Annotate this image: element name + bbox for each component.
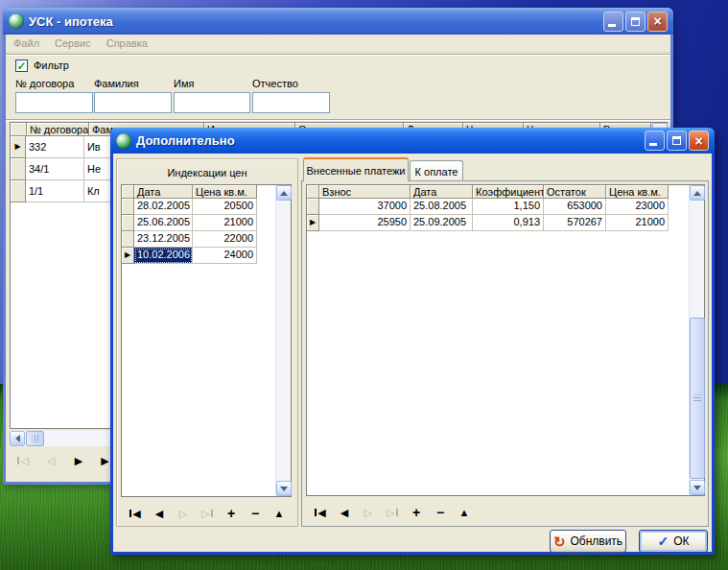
table-row[interactable]: 25.06.2005 21000: [122, 215, 291, 231]
menu-service[interactable]: Сервис: [47, 37, 99, 49]
table-row-selected[interactable]: ▶ 25950 25.09.2005 0,913 570267 21000: [307, 215, 704, 231]
cell-date-selected[interactable]: 10.02.2006: [134, 248, 193, 264]
table-row[interactable]: 23.12.2005 22000: [122, 231, 291, 248]
main-window-buttons: ×: [603, 12, 668, 32]
desktop: УСК - ипотека × Файл Сервис Справка ✓ Фи…: [0, 0, 728, 570]
payments-vscrollbar[interactable]: [689, 185, 704, 495]
nav-prior-button[interactable]: ◁: [41, 453, 60, 468]
nav-next-icon: ▷: [364, 508, 372, 518]
filter-checkbox[interactable]: ✓: [15, 59, 28, 72]
divider: [6, 54, 670, 56]
header-date[interactable]: Дата: [411, 185, 473, 199]
edit-icon: ▲: [459, 508, 470, 518]
nav-first-button[interactable]: ◀: [311, 505, 330, 520]
nav-prior-icon: ◀: [155, 509, 163, 519]
cell-rest[interactable]: 570267: [544, 215, 606, 231]
close-button[interactable]: ×: [647, 12, 668, 32]
header-amount[interactable]: Взнос: [319, 185, 411, 199]
menu-help[interactable]: Справка: [99, 37, 155, 49]
row-selector: [11, 158, 26, 180]
dialog-close-button[interactable]: ×: [689, 131, 709, 151]
nav-first-icon: ◀: [132, 509, 140, 519]
scroll-up-button[interactable]: [690, 185, 705, 201]
nav-first-button[interactable]: ◁: [13, 453, 33, 468]
cell-contract[interactable]: 332: [26, 136, 84, 158]
nav-insert-button[interactable]: +: [222, 506, 241, 521]
cell-date[interactable]: 28.02.2005: [134, 199, 193, 215]
ok-button-label: ОК: [673, 534, 689, 548]
nav-first-button[interactable]: ◀: [126, 506, 145, 521]
dialog-titlebar[interactable]: Дополнительно ×: [110, 128, 715, 154]
scroll-down-icon: [693, 486, 701, 490]
nav-next-button[interactable]: ▷: [174, 506, 193, 521]
header-price[interactable]: Цена кв.м.: [606, 185, 669, 199]
scroll-left-button[interactable]: [10, 431, 25, 446]
nav-insert-button[interactable]: +: [407, 505, 426, 520]
cell-price[interactable]: 20500: [193, 199, 257, 215]
vscroll-thumb[interactable]: [690, 318, 705, 479]
table-row-selected[interactable]: ▶ 10.02.2006 24000: [122, 248, 291, 264]
table-row[interactable]: 37000 25.08.2005 1,150 653000 23000: [307, 199, 704, 215]
dialog-maximize-button[interactable]: [667, 131, 687, 151]
filter-label-patronymic: Отчество: [252, 78, 298, 89]
filter-input-surname[interactable]: [94, 92, 172, 113]
app-icon: [9, 13, 24, 29]
row-selector: [122, 215, 134, 231]
cell-price[interactable]: 21000: [606, 215, 669, 231]
scroll-down-button[interactable]: [690, 480, 705, 495]
tab-payments[interactable]: Внесенные платежи: [303, 157, 409, 181]
row-selector: ▶: [122, 248, 134, 264]
header-coeff[interactable]: Коэффициент: [473, 185, 544, 199]
nav-delete-button[interactable]: −: [431, 505, 450, 520]
header-contract[interactable]: № договора: [27, 123, 89, 136]
filter-input-patronymic[interactable]: [252, 92, 330, 113]
nav-last-button[interactable]: ▷: [198, 506, 217, 521]
cell-coeff[interactable]: 0,913: [473, 215, 544, 231]
active-row-marker-icon: ▶: [310, 219, 316, 226]
cell-price[interactable]: 23000: [606, 199, 669, 215]
nav-next-button[interactable]: ▶: [69, 453, 88, 468]
cell-contract[interactable]: 34/1: [26, 158, 84, 180]
nav-next-button[interactable]: ▷: [359, 505, 378, 520]
cell-price[interactable]: 22000: [193, 231, 257, 248]
nav-delete-button[interactable]: −: [246, 506, 265, 521]
header-price[interactable]: Цена кв.м.: [193, 185, 257, 199]
cell-rest[interactable]: 653000: [544, 199, 606, 215]
cell-date[interactable]: 25.06.2005: [134, 215, 193, 231]
header-date[interactable]: Дата: [134, 185, 193, 199]
menu-file[interactable]: Файл: [6, 37, 47, 49]
nav-edit-button[interactable]: ▲: [455, 505, 474, 520]
payments-tabpage: Взнос Дата Коэффициент Остаток Цена кв.м…: [301, 180, 709, 527]
nav-last-button[interactable]: ▷: [383, 505, 402, 520]
cell-date[interactable]: 25.08.2005: [411, 199, 473, 215]
ok-button[interactable]: ✓ ОК: [639, 530, 708, 553]
cell-date[interactable]: 23.12.2005: [134, 231, 193, 248]
header-selector: [122, 185, 134, 199]
dialog-minimize-button[interactable]: [645, 131, 665, 151]
nav-prior-button[interactable]: ◀: [150, 506, 169, 521]
tab-topay[interactable]: К оплате: [410, 160, 463, 181]
cell-contract[interactable]: 1/1: [26, 180, 84, 202]
scroll-down-button[interactable]: [276, 481, 292, 496]
cell-date[interactable]: 25.09.2005: [411, 215, 473, 231]
refresh-button[interactable]: ↻ Обнлвить: [550, 530, 626, 553]
active-row-marker-icon: ▶: [125, 251, 130, 259]
hscroll-thumb[interactable]: [26, 431, 44, 446]
indexation-vscrollbar[interactable]: [275, 185, 291, 496]
cell-coeff[interactable]: 1,150: [473, 199, 544, 215]
row-selector: [307, 199, 319, 215]
nav-prior-button[interactable]: ◀: [335, 505, 354, 520]
header-rest[interactable]: Остаток: [544, 185, 606, 199]
table-row[interactable]: 28.02.2005 20500: [122, 199, 291, 215]
scroll-up-button[interactable]: [276, 185, 292, 201]
main-titlebar[interactable]: УСК - ипотека ×: [3, 8, 673, 35]
cell-price[interactable]: 21000: [193, 215, 257, 231]
cell-amount[interactable]: 37000: [319, 199, 411, 215]
filter-input-contract[interactable]: [15, 92, 93, 113]
nav-edit-button[interactable]: ▲: [270, 506, 289, 521]
cell-amount[interactable]: 25950: [319, 215, 411, 231]
filter-input-name[interactable]: [174, 92, 250, 113]
maximize-button[interactable]: [625, 12, 646, 32]
cell-price[interactable]: 24000: [193, 248, 257, 264]
minimize-button[interactable]: [603, 12, 623, 32]
